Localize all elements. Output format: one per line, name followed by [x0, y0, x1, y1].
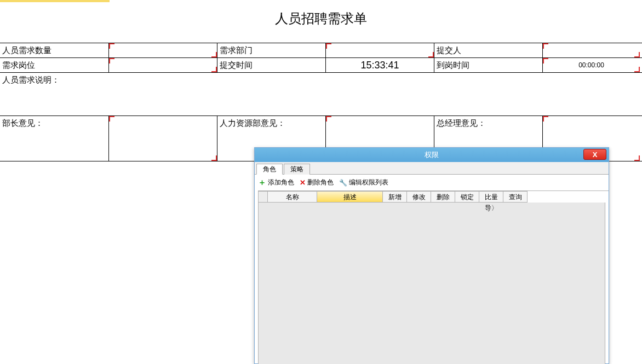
col-batch[interactable]: 比量导〉 [479, 191, 503, 203]
mgr-opinion-field[interactable] [108, 116, 217, 161]
arrive-time-label: 到岗时间 [434, 58, 543, 72]
form-title: 人员招聘需求单 [0, 2, 642, 35]
edit-perm-button[interactable]: 🔧 编辑权限列表 [339, 178, 388, 187]
wrench-icon: 🔧 [339, 179, 347, 187]
mgr-opinion-label: 部长意见： [0, 116, 109, 161]
arrive-time-field[interactable]: 00:00:00 [542, 58, 640, 72]
delete-role-button[interactable]: ✕ 删除角色 [300, 178, 334, 187]
grid-corner[interactable] [258, 191, 268, 203]
add-role-button[interactable]: ＋ 添加角色 [258, 177, 294, 188]
qty-field[interactable] [108, 43, 217, 57]
col-desc[interactable]: 描述 [317, 191, 383, 203]
dialog-titlebar[interactable]: 权限 X [255, 148, 609, 162]
col-add[interactable]: 新增 [383, 191, 407, 203]
permission-dialog: 权限 X 角色 策略 ＋ 添加角色 ✕ 删除角色 🔧 编辑权限列表 名称 描述 [254, 147, 609, 364]
edit-perm-label: 编辑权限列表 [349, 178, 388, 187]
col-query[interactable]: 查询 [503, 191, 528, 203]
close-button[interactable]: X [583, 149, 606, 160]
x-icon: ✕ [300, 178, 306, 187]
submit-time-label: 提交时间 [217, 58, 326, 72]
col-delete[interactable]: 删除 [431, 191, 455, 203]
form-row-1: 人员需求数量 需求部门 提交人 [0, 43, 642, 58]
add-role-label: 添加角色 [268, 178, 294, 187]
delete-role-label: 删除角色 [307, 178, 334, 187]
close-icon: X [593, 151, 598, 159]
toolbar: ＋ 添加角色 ✕ 删除角色 🔧 编辑权限列表 [255, 175, 609, 190]
col-edit[interactable]: 修改 [407, 191, 431, 203]
submitter-field[interactable] [542, 43, 640, 57]
submit-time-value: 15:33:41 [325, 58, 434, 72]
col-lock[interactable]: 锁定 [455, 191, 479, 203]
dialog-title: 权限 [425, 150, 439, 160]
submitter-label: 提交人 [434, 43, 543, 57]
position-field[interactable] [108, 58, 217, 72]
qty-label: 人员需求数量 [0, 43, 109, 57]
form-row-2: 需求岗位 提交时间 15:33:41 到岗时间 00:00:00 [0, 57, 642, 73]
tab-policy[interactable]: 策略 [284, 164, 310, 175]
grid-body[interactable] [258, 203, 605, 364]
dept-label: 需求部门 [217, 43, 326, 57]
desc-label: 人员需求说明： [0, 73, 642, 87]
grid-header: 名称 描述 新增 修改 删除 锁定 比量导〉 查询 [258, 190, 609, 203]
dept-field[interactable] [325, 43, 434, 57]
plus-icon: ＋ [258, 177, 266, 188]
tabs-strip: 角色 策略 [255, 162, 609, 175]
tab-role[interactable]: 角色 [256, 164, 283, 175]
position-label: 需求岗位 [0, 58, 109, 72]
col-name[interactable]: 名称 [268, 191, 317, 203]
